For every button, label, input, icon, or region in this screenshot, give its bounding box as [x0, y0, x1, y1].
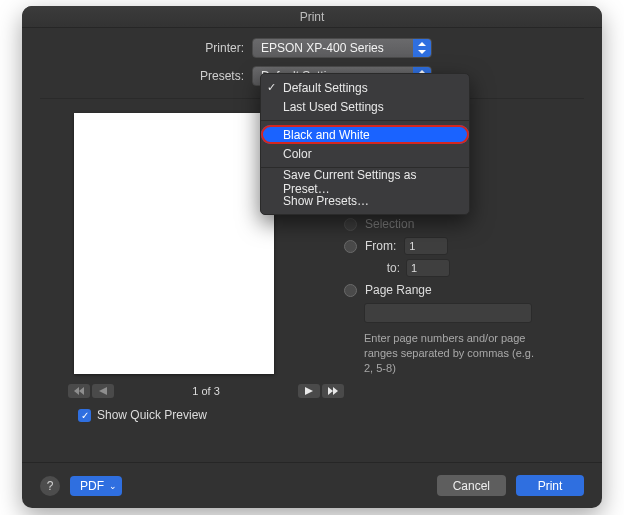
page-counter: 1 of 3	[128, 385, 284, 397]
menu-item-last-used-settings[interactable]: Last Used Settings	[261, 97, 469, 116]
page-range-field[interactable]	[364, 303, 532, 323]
page-range-help: Enter page numbers and/or page ranges se…	[364, 331, 536, 376]
chevron-down-icon: ⌄	[109, 481, 117, 491]
updown-icon	[413, 39, 431, 57]
first-page-button[interactable]	[68, 384, 90, 398]
pages-range-option[interactable]: Page Range	[344, 283, 584, 297]
prev-page-button[interactable]	[92, 384, 114, 398]
print-dialog: Print Printer: EPSON XP-400 Series Prese…	[22, 6, 602, 508]
radio-icon	[344, 218, 357, 231]
to-field[interactable]: 1	[406, 259, 450, 277]
show-quick-preview-label: Show Quick Preview	[97, 408, 207, 422]
print-button[interactable]: Print	[516, 475, 584, 496]
help-button[interactable]: ?	[40, 476, 60, 496]
printer-value: EPSON XP-400 Series	[261, 41, 384, 55]
last-page-button[interactable]	[322, 384, 344, 398]
window-title: Print	[22, 6, 602, 28]
cancel-button[interactable]: Cancel	[437, 475, 506, 496]
pages-from-option[interactable]: From: 1	[344, 237, 584, 255]
show-quick-preview-checkbox[interactable]: ✓	[78, 409, 91, 422]
radio-icon	[344, 240, 357, 253]
page-preview	[74, 113, 274, 374]
printer-popup[interactable]: EPSON XP-400 Series	[252, 38, 432, 58]
presets-label: Presets:	[22, 69, 252, 83]
menu-item-default-settings[interactable]: ✓ Default Settings	[261, 78, 469, 97]
printer-label: Printer:	[22, 41, 252, 55]
next-page-button[interactable]	[298, 384, 320, 398]
from-field[interactable]: 1	[404, 237, 448, 255]
pages-selection-option: Selection	[344, 217, 584, 231]
radio-icon	[344, 284, 357, 297]
to-label: to:	[364, 261, 400, 275]
menu-item-save-preset[interactable]: Save Current Settings as Preset…	[261, 172, 469, 191]
presets-menu[interactable]: ✓ Default Settings Last Used Settings Bl…	[260, 73, 470, 215]
menu-item-show-presets[interactable]: Show Presets…	[261, 191, 469, 210]
check-icon: ✓	[267, 81, 276, 94]
menu-item-black-and-white[interactable]: Black and White	[261, 125, 469, 144]
pdf-menu-button[interactable]: PDF ⌄	[70, 476, 122, 496]
menu-item-color[interactable]: Color	[261, 144, 469, 163]
menu-separator	[261, 120, 469, 121]
